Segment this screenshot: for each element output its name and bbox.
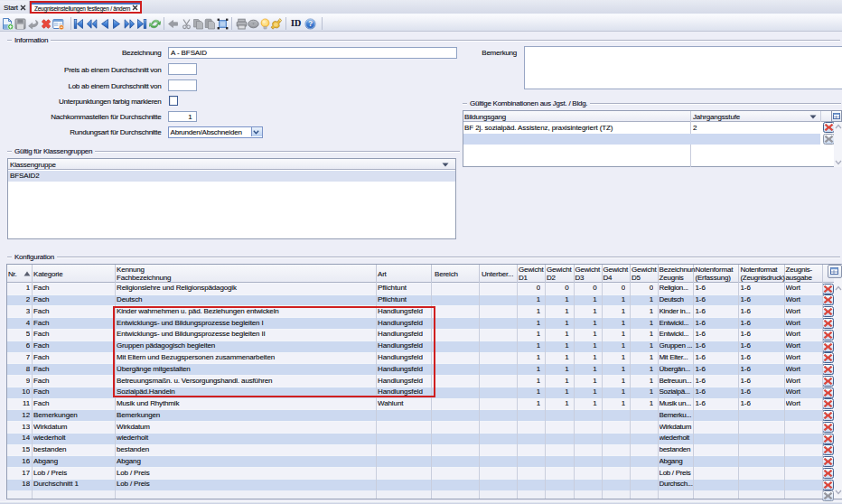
svg-text:?: ? <box>308 19 313 28</box>
